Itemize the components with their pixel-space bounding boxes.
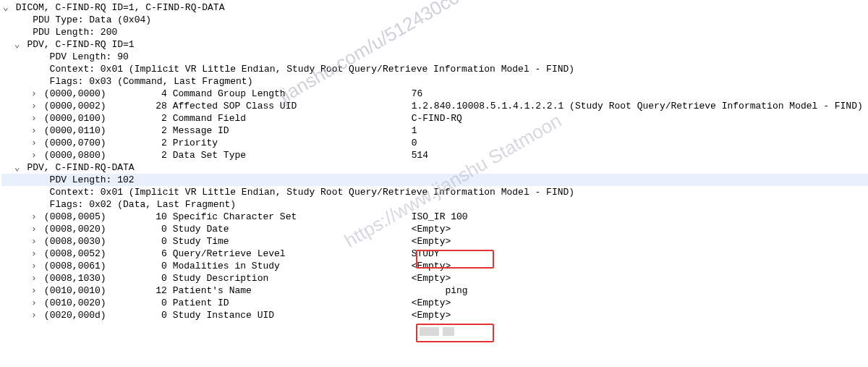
tree-leaf-pdv2-flags[interactable]: Flags: 0x02 (Data, Last Fragment) [1, 198, 868, 211]
element-row[interactable]: (0008,1030)0 Study Description<Empty> [1, 272, 868, 284]
element-row[interactable]: (0000,0000)4 Command Group Length76 [1, 88, 868, 100]
element-row[interactable]: (0008,0061)0 Modalities in Study<Empty> [1, 260, 868, 272]
element-row[interactable]: (0000,0700)2 Priority0 [1, 137, 868, 149]
element-row[interactable]: (0000,0100)2 Command FieldC-FIND-RQ [1, 112, 868, 125]
chevron-right-icon [30, 297, 38, 310]
chevron-right-icon [30, 284, 38, 298]
element-row[interactable]: (0000,0110)2 Message ID1 [1, 125, 868, 137]
chevron-right-icon [30, 309, 38, 322]
element-row[interactable]: (0008,0005)10 Specific Character SetISO_… [1, 211, 868, 223]
element-row[interactable]: (0008,0030)0 Study Time<Empty> [1, 235, 868, 248]
chevron-right-icon [30, 88, 38, 101]
tree-node-pdv2[interactable]: PDV, C-FIND-RQ-DATA [1, 161, 868, 174]
chevron-down-icon [13, 161, 22, 174]
tree-leaf-pdu-length[interactable]: PDU Length: 200 [1, 26, 868, 38]
element-row[interactable]: (0008,0020)0 Study Date<Empty> [1, 223, 868, 235]
element-row[interactable]: (0008,0052)6 Query/Retrieve LevelSTUDY [1, 248, 868, 260]
chevron-right-icon [30, 248, 38, 261]
chevron-right-icon [30, 235, 38, 248]
chevron-down-icon [1, 1, 10, 14]
element-row[interactable]: (0010,0020)0 Patient ID<Empty> [1, 297, 868, 309]
element-row[interactable]: (0020,000d)0 Study Instance UID<Empty> [1, 309, 868, 321]
tree-node-pdv1[interactable]: PDV, C-FIND-RQ ID=1 [1, 38, 868, 51]
chevron-right-icon [30, 112, 38, 125]
tree-leaf-pdv1-length[interactable]: PDV Length: 90 [1, 51, 868, 63]
element-row[interactable]: (0010,0010)12 Patient's Name ping [1, 284, 868, 297]
chevron-right-icon [30, 100, 38, 113]
chevron-right-icon [30, 260, 38, 273]
root-label: DICOM, C-FIND-RQ ID=1, C-FIND-RQ-DATA [16, 2, 225, 13]
chevron-right-icon [30, 125, 38, 138]
chevron-right-icon [30, 211, 38, 224]
packet-details-tree[interactable]: DICOM, C-FIND-RQ ID=1, C-FIND-RQ-DATA PD… [0, 0, 868, 326]
tree-leaf-pdv1-flags[interactable]: Flags: 0x03 (Command, Last Fragment) [1, 75, 868, 88]
chevron-right-icon [30, 223, 38, 236]
tree-leaf-pdv2-length[interactable]: PDV Length: 102 [1, 174, 868, 186]
element-row[interactable]: (0000,0800)2 Data Set Type514 [1, 149, 868, 161]
chevron-right-icon [30, 149, 38, 162]
tree-leaf-pdu-type[interactable]: PDU Type: Data (0x04) [1, 14, 868, 26]
chevron-right-icon [30, 137, 38, 150]
element-row[interactable]: (0000,0002)28 Affected SOP Class UID1.2.… [1, 100, 868, 112]
tree-node-dicom-root[interactable]: DICOM, C-FIND-RQ ID=1, C-FIND-RQ-DATA [1, 1, 868, 14]
chevron-right-icon [30, 272, 38, 285]
tree-leaf-pdv2-context[interactable]: Context: 0x01 (Implicit VR Little Endian… [1, 186, 868, 198]
chevron-down-icon [13, 38, 22, 51]
tree-leaf-pdv1-context[interactable]: Context: 0x01 (Implicit VR Little Endian… [1, 63, 868, 75]
